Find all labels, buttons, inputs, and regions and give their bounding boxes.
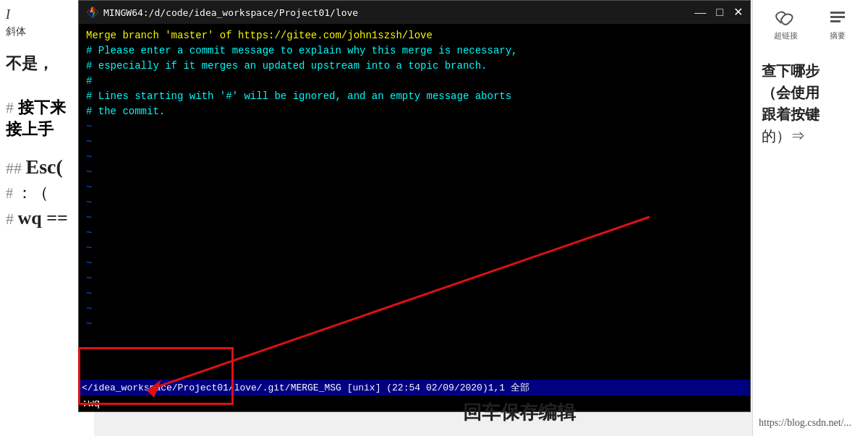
terminal-line-5: # Lines starting with '#' will be ignore…: [86, 89, 743, 104]
svg-marker-4: [90, 7, 93, 12]
url-hint: https://blog.csdn.net/...: [759, 416, 862, 429]
close-button[interactable]: ✕: [733, 7, 743, 18]
terminal-titlebar: MINGW64:/d/code/idea_workspace/Project01…: [79, 1, 750, 24]
terminal-window: MINGW64:/d/code/idea_workspace/Project01…: [78, 0, 751, 412]
left-line-2: 接上手: [6, 119, 88, 140]
terminal-line-6: # the commit.: [86, 104, 743, 119]
sidebar-icons-row: 超链接 摘要: [759, 7, 862, 41]
statusbar-text: </idea_workspace/Project01/love/.git/MER…: [82, 381, 529, 394]
italic-label: I: [6, 7, 26, 22]
minimize-button[interactable]: —: [694, 7, 706, 18]
link-icon: [775, 7, 796, 27]
terminal-tilde-lines: ~~~~~ ~~~~~ ~~~~: [86, 119, 743, 332]
summary-icon-item[interactable]: 摘要: [827, 7, 848, 41]
summary-icon: [827, 7, 848, 27]
command-text: :wq: [82, 398, 100, 409]
svg-rect-7: [830, 12, 845, 14]
sidebar-line-4: 的）⇒: [762, 125, 859, 147]
mingw-icon: [86, 6, 99, 19]
summary-label: 摘要: [830, 30, 846, 41]
link-label: 超链接: [774, 30, 798, 41]
sidebar-line-2: （会使用: [762, 82, 859, 103]
svg-rect-8: [830, 16, 845, 18]
maximize-button[interactable]: □: [716, 7, 723, 18]
terminal-controls[interactable]: — □ ✕: [694, 7, 743, 18]
left-section-heading: # 接下来: [6, 97, 88, 119]
terminal-command-line: :wq: [79, 396, 750, 411]
left-line-1: 不是，: [6, 53, 88, 75]
terminal-line-4: #: [86, 74, 743, 89]
colon-line: # ：（: [6, 182, 88, 204]
terminal-line-3: # especially if it merges an updated ups…: [86, 59, 743, 74]
terminal-statusbar: </idea_workspace/Project01/love/.git/MER…: [79, 380, 750, 396]
terminal-body: Merge branch 'master' of https://gitee.c…: [79, 24, 750, 380]
italic-sublabel: 斜体: [6, 25, 26, 38]
url-text: https://blog.csdn.net/...: [759, 417, 851, 428]
terminal-title-section: MINGW64:/d/code/idea_workspace/Project01…: [86, 6, 358, 19]
sidebar-line-1: 查下哪步: [762, 60, 859, 82]
svg-marker-2: [93, 12, 95, 18]
save-label-text: 回车保存编辑: [463, 402, 576, 423]
terminal-title-text: MINGW64:/d/code/idea_workspace/Project01…: [103, 7, 358, 18]
sidebar-text-block: 查下哪步 （会使用 跟着按键 的）⇒: [759, 56, 862, 151]
right-sidebar: 超链接 摘要 查下哪步 （会使用 跟着按键 的）⇒ 回车保存编辑 https:/…: [752, 0, 868, 436]
left-text-block: 不是， # 接下来 接上手 ## Esc( # ：（ # wq ==: [6, 53, 88, 232]
bottom-save-label: 回车保存编辑: [463, 400, 576, 425]
terminal-line-1: Merge branch 'master' of https://gitee.c…: [86, 28, 743, 43]
terminal-line-2: # Please enter a commit message to expla…: [86, 43, 743, 59]
svg-marker-3: [90, 12, 93, 18]
wq-line: # wq ==: [6, 204, 88, 232]
esc-line: ## Esc(: [6, 152, 88, 182]
sidebar-line-3: 跟着按键: [762, 103, 859, 125]
link-icon-item[interactable]: 超链接: [774, 7, 798, 41]
svg-rect-9: [830, 20, 841, 22]
